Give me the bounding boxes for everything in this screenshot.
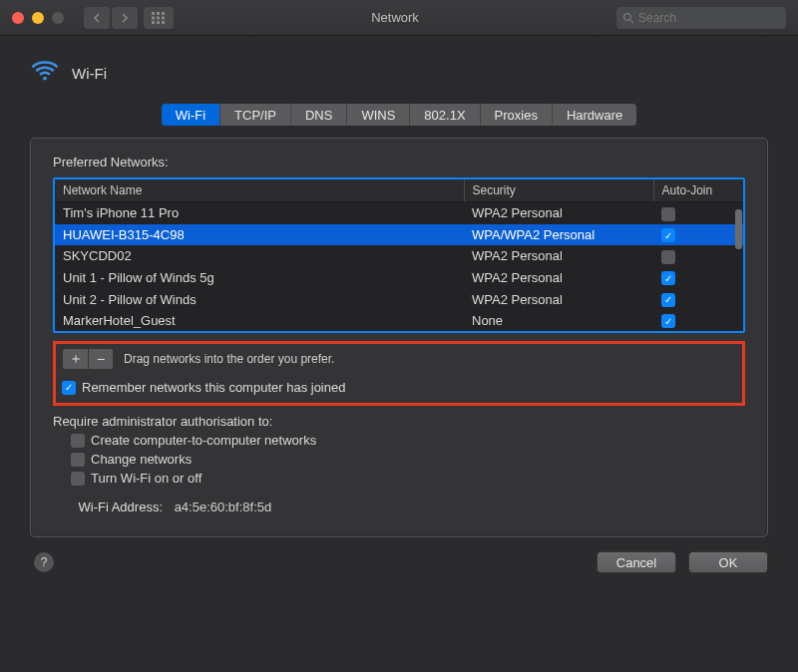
add-network-button[interactable]: ＋ [62,348,88,370]
preferred-networks-table[interactable]: Network Name Security Auto-Join Tim's iP… [53,177,745,333]
traffic-lights [12,12,72,24]
tab-802-1x[interactable]: 802.1X [410,104,480,126]
tab-tcp-ip[interactable]: TCP/IP [220,104,291,126]
svg-rect-6 [152,21,155,24]
svg-rect-5 [162,16,165,19]
remove-network-button[interactable]: − [88,348,114,370]
search-icon [622,12,634,24]
tab-proxies[interactable]: Proxies [481,104,553,126]
tab-wi-fi[interactable]: Wi-Fi [162,104,220,126]
svg-rect-3 [152,16,155,19]
window-title: Network [174,10,616,25]
admin-option: Create computer-to-computer networks [71,433,745,448]
show-all-button[interactable] [144,7,174,29]
highlight-annotation: ＋ − Drag networks into the order you pre… [53,341,745,406]
svg-rect-1 [157,12,160,15]
security-cell: WPA/WPA2 Personal [464,224,653,246]
svg-rect-2 [162,12,165,15]
remember-networks-checkbox[interactable]: ✓ [62,381,76,395]
network-name-cell: Unit 1 - Pillow of Winds 5g [55,267,464,289]
column-security[interactable]: Security [464,179,653,202]
admin-option-checkbox[interactable] [71,472,85,486]
admin-option: Change networks [71,452,745,467]
tabs: Wi-FiTCP/IPDNSWINS802.1XProxiesHardware [162,104,637,126]
wifi-icon [30,56,60,90]
ok-button[interactable]: OK [688,551,768,573]
autojoin-cell: ✓ [653,288,743,310]
close-window-button[interactable] [12,12,24,24]
tab-dns[interactable]: DNS [291,104,347,126]
wifi-address-value: a4:5e:60:bf:8f:5d [175,500,272,514]
autojoin-checkbox[interactable]: ✓ [661,228,675,242]
autojoin-cell: ✓ [653,267,743,289]
table-row[interactable]: Unit 1 - Pillow of Winds 5gWPA2 Personal… [55,267,743,289]
network-name-cell: MarkerHotel_Guest [55,310,464,332]
table-row[interactable]: HUAWEI-B315-4C98WPA/WPA2 Personal✓ [55,224,743,246]
maximize-window-button [52,12,64,24]
admin-option-label: Change networks [91,452,192,467]
admin-option-label: Turn Wi-Fi on or off [91,471,201,486]
drag-hint-label: Drag networks into the order you prefer. [124,352,334,366]
autojoin-checkbox[interactable]: ✓ [661,271,675,285]
wifi-panel: Preferred Networks: Network Name Securit… [30,138,768,537]
autojoin-cell [653,202,743,224]
svg-rect-0 [152,12,155,15]
column-autojoin[interactable]: Auto-Join [653,179,743,202]
autojoin-cell: ✓ [653,224,743,246]
tab-hardware[interactable]: Hardware [553,104,636,126]
column-network-name[interactable]: Network Name [55,179,464,202]
search-field[interactable] [616,7,786,29]
security-cell: WPA2 Personal [464,288,653,310]
admin-auth-label: Require administrator authorisation to: [53,414,745,429]
autojoin-cell [653,245,743,267]
table-row[interactable]: Tim's iPhone 11 ProWPA2 Personal [55,202,743,224]
autojoin-checkbox[interactable] [661,207,675,221]
security-cell: WPA2 Personal [464,267,653,289]
help-button[interactable]: ? [34,552,54,572]
titlebar: Network [0,0,798,36]
network-name-cell: SKYCDD02 [55,245,464,267]
scrollbar[interactable] [735,209,742,249]
svg-rect-8 [162,21,165,24]
svg-rect-4 [157,16,160,19]
admin-option: Turn Wi-Fi on or off [71,471,745,486]
svg-line-10 [630,20,633,23]
wifi-address-label: Wi-Fi Address: [53,500,163,514]
autojoin-checkbox[interactable]: ✓ [661,314,675,328]
admin-option-checkbox[interactable] [71,434,85,448]
network-name-cell: Tim's iPhone 11 Pro [55,202,464,224]
preferred-networks-label: Preferred Networks: [53,155,745,169]
autojoin-checkbox[interactable]: ✓ [661,293,675,307]
svg-point-11 [43,77,47,81]
back-button[interactable] [84,7,110,29]
admin-option-label: Create computer-to-computer networks [91,433,316,448]
minimize-window-button[interactable] [32,12,44,24]
table-row[interactable]: MarkerHotel_GuestNone✓ [55,310,743,332]
network-name-cell: HUAWEI-B315-4C98 [55,224,464,246]
cancel-button[interactable]: Cancel [597,551,676,573]
remember-networks-label: Remember networks this computer has join… [82,380,345,395]
network-name-cell: Unit 2 - Pillow of Winds [55,288,464,310]
svg-rect-7 [157,21,160,24]
autojoin-checkbox[interactable] [661,250,675,264]
table-row[interactable]: Unit 2 - Pillow of WindsWPA2 Personal✓ [55,288,743,310]
svg-point-9 [624,13,631,20]
tab-wins[interactable]: WINS [347,104,410,126]
security-cell: WPA2 Personal [464,245,653,267]
page-title: Wi-Fi [72,65,107,82]
search-input[interactable] [638,11,768,25]
security-cell: WPA2 Personal [464,202,653,224]
forward-button[interactable] [112,7,138,29]
security-cell: None [464,310,653,332]
table-row[interactable]: SKYCDD02WPA2 Personal [55,245,743,267]
admin-option-checkbox[interactable] [71,453,85,467]
autojoin-cell: ✓ [653,310,743,332]
